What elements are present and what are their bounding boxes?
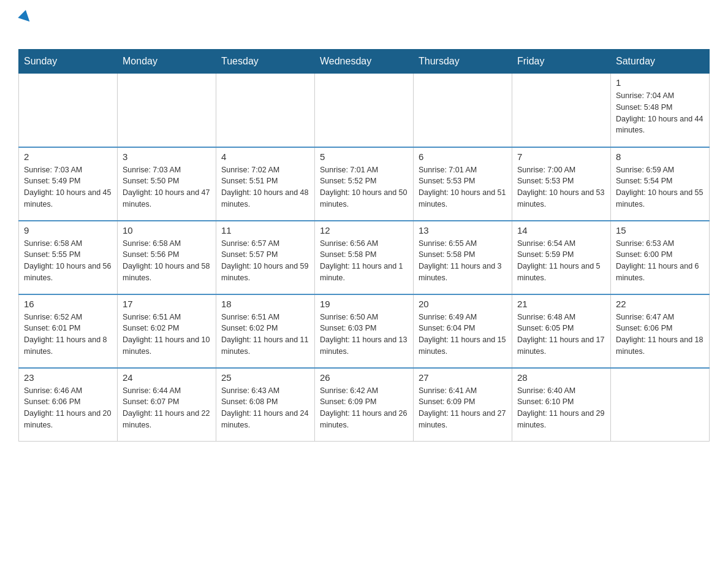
day-number: 19	[320, 299, 408, 309]
weekday-header-monday: Monday	[118, 50, 216, 74]
day-number: 13	[419, 225, 507, 236]
day-number: 1	[616, 77, 704, 88]
day-number: 25	[221, 372, 309, 383]
weekday-header-wednesday: Wednesday	[315, 50, 414, 74]
day-info: Sunrise: 6:54 AMSunset: 5:59 PMDaylight:…	[517, 238, 605, 284]
day-number: 17	[123, 299, 211, 309]
calendar-cell: 1Sunrise: 7:04 AMSunset: 5:48 PMDaylight…	[611, 74, 710, 147]
day-info: Sunrise: 7:01 AMSunset: 5:53 PMDaylight:…	[419, 164, 507, 210]
calendar-cell: 23Sunrise: 6:46 AMSunset: 6:06 PMDayligh…	[19, 368, 118, 442]
day-number: 9	[24, 225, 112, 236]
calendar-cell	[118, 74, 216, 147]
day-number: 22	[616, 299, 704, 309]
day-info: Sunrise: 6:44 AMSunset: 6:07 PMDaylight:…	[123, 385, 211, 431]
calendar-week-2: 2Sunrise: 7:03 AMSunset: 5:49 PMDaylight…	[19, 147, 710, 221]
day-info: Sunrise: 7:04 AMSunset: 5:48 PMDaylight:…	[616, 90, 704, 136]
day-info: Sunrise: 6:53 AMSunset: 6:00 PMDaylight:…	[616, 238, 704, 284]
day-number: 24	[123, 372, 211, 383]
calendar-table: SundayMondayTuesdayWednesdayThursdayFrid…	[18, 49, 710, 442]
weekday-header-saturday: Saturday	[611, 50, 710, 74]
day-info: Sunrise: 6:58 AMSunset: 5:56 PMDaylight:…	[123, 238, 211, 284]
calendar-cell	[414, 74, 512, 147]
day-info: Sunrise: 6:56 AMSunset: 5:58 PMDaylight:…	[320, 238, 408, 284]
day-info: Sunrise: 7:03 AMSunset: 5:49 PMDaylight:…	[24, 164, 112, 210]
day-number: 21	[517, 299, 605, 309]
day-number: 10	[123, 225, 211, 236]
day-number: 11	[221, 225, 309, 236]
calendar-cell: 9Sunrise: 6:58 AMSunset: 5:55 PMDaylight…	[19, 221, 118, 294]
calendar-cell: 17Sunrise: 6:51 AMSunset: 6:02 PMDayligh…	[118, 294, 216, 368]
calendar-cell: 25Sunrise: 6:43 AMSunset: 6:08 PMDayligh…	[216, 368, 315, 442]
day-number: 26	[320, 372, 408, 383]
day-number: 6	[419, 151, 507, 162]
calendar-cell: 7Sunrise: 7:00 AMSunset: 5:53 PMDaylight…	[512, 147, 611, 221]
calendar-cell: 6Sunrise: 7:01 AMSunset: 5:53 PMDaylight…	[414, 147, 512, 221]
calendar-cell: 2Sunrise: 7:03 AMSunset: 5:49 PMDaylight…	[19, 147, 118, 221]
calendar-week-5: 23Sunrise: 6:46 AMSunset: 6:06 PMDayligh…	[19, 368, 710, 442]
calendar-cell: 19Sunrise: 6:50 AMSunset: 6:03 PMDayligh…	[315, 294, 414, 368]
day-info: Sunrise: 6:59 AMSunset: 5:54 PMDaylight:…	[616, 164, 704, 210]
calendar-cell: 27Sunrise: 6:41 AMSunset: 6:09 PMDayligh…	[414, 368, 512, 442]
weekday-header-sunday: Sunday	[19, 50, 118, 74]
calendar-cell: 12Sunrise: 6:56 AMSunset: 5:58 PMDayligh…	[315, 221, 414, 294]
day-info: Sunrise: 6:48 AMSunset: 6:05 PMDaylight:…	[517, 312, 605, 358]
calendar-cell: 20Sunrise: 6:49 AMSunset: 6:04 PMDayligh…	[414, 294, 512, 368]
day-info: Sunrise: 7:03 AMSunset: 5:50 PMDaylight:…	[123, 164, 211, 210]
day-info: Sunrise: 6:58 AMSunset: 5:55 PMDaylight:…	[24, 238, 112, 284]
calendar-cell	[19, 74, 118, 147]
day-info: Sunrise: 6:50 AMSunset: 6:03 PMDaylight:…	[320, 312, 408, 358]
day-info: Sunrise: 7:01 AMSunset: 5:52 PMDaylight:…	[320, 164, 408, 210]
day-number: 23	[24, 372, 112, 383]
calendar-cell: 28Sunrise: 6:40 AMSunset: 6:10 PMDayligh…	[512, 368, 611, 442]
calendar-cell	[512, 74, 611, 147]
day-number: 3	[123, 151, 211, 162]
day-info: Sunrise: 6:55 AMSunset: 5:58 PMDaylight:…	[419, 238, 507, 284]
calendar-cell: 16Sunrise: 6:52 AMSunset: 6:01 PMDayligh…	[19, 294, 118, 368]
day-info: Sunrise: 6:40 AMSunset: 6:10 PMDaylight:…	[517, 385, 605, 431]
calendar-cell	[315, 74, 414, 147]
calendar-cell	[611, 368, 710, 442]
day-number: 18	[221, 299, 309, 309]
day-number: 16	[24, 299, 112, 309]
day-info: Sunrise: 6:42 AMSunset: 6:09 PMDaylight:…	[320, 385, 408, 431]
day-number: 28	[517, 372, 605, 383]
day-info: Sunrise: 6:57 AMSunset: 5:57 PMDaylight:…	[221, 238, 309, 284]
calendar-cell: 5Sunrise: 7:01 AMSunset: 5:52 PMDaylight…	[315, 147, 414, 221]
calendar-cell: 4Sunrise: 7:02 AMSunset: 5:51 PMDaylight…	[216, 147, 315, 221]
calendar-cell: 10Sunrise: 6:58 AMSunset: 5:56 PMDayligh…	[118, 221, 216, 294]
calendar-cell: 13Sunrise: 6:55 AMSunset: 5:58 PMDayligh…	[414, 221, 512, 294]
day-info: Sunrise: 6:41 AMSunset: 6:09 PMDaylight:…	[419, 385, 507, 431]
day-number: 14	[517, 225, 605, 236]
logo-triangle-icon	[18, 10, 33, 25]
calendar-cell: 18Sunrise: 6:51 AMSunset: 6:02 PMDayligh…	[216, 294, 315, 368]
calendar-cell: 24Sunrise: 6:44 AMSunset: 6:07 PMDayligh…	[118, 368, 216, 442]
weekday-header-row: SundayMondayTuesdayWednesdayThursdayFrid…	[19, 50, 710, 74]
day-info: Sunrise: 6:51 AMSunset: 6:02 PMDaylight:…	[123, 312, 211, 358]
calendar-cell: 14Sunrise: 6:54 AMSunset: 5:59 PMDayligh…	[512, 221, 611, 294]
day-number: 12	[320, 225, 408, 236]
page-header	[18, 12, 710, 43]
calendar-cell: 3Sunrise: 7:03 AMSunset: 5:50 PMDaylight…	[118, 147, 216, 221]
day-number: 4	[221, 151, 309, 162]
day-number: 27	[419, 372, 507, 383]
weekday-header-thursday: Thursday	[414, 50, 512, 74]
calendar-cell: 22Sunrise: 6:47 AMSunset: 6:06 PMDayligh…	[611, 294, 710, 368]
day-number: 20	[419, 299, 507, 309]
day-info: Sunrise: 7:00 AMSunset: 5:53 PMDaylight:…	[517, 164, 605, 210]
day-number: 15	[616, 225, 704, 236]
calendar-cell: 15Sunrise: 6:53 AMSunset: 6:00 PMDayligh…	[611, 221, 710, 294]
day-info: Sunrise: 6:47 AMSunset: 6:06 PMDaylight:…	[616, 312, 704, 358]
weekday-header-friday: Friday	[512, 50, 611, 74]
calendar-week-1: 1Sunrise: 7:04 AMSunset: 5:48 PMDaylight…	[19, 74, 710, 147]
day-number: 5	[320, 151, 408, 162]
day-info: Sunrise: 6:49 AMSunset: 6:04 PMDaylight:…	[419, 312, 507, 358]
calendar-cell: 11Sunrise: 6:57 AMSunset: 5:57 PMDayligh…	[216, 221, 315, 294]
calendar-week-3: 9Sunrise: 6:58 AMSunset: 5:55 PMDaylight…	[19, 221, 710, 294]
day-info: Sunrise: 6:46 AMSunset: 6:06 PMDaylight:…	[24, 385, 112, 431]
calendar-cell	[216, 74, 315, 147]
calendar-cell: 8Sunrise: 6:59 AMSunset: 5:54 PMDaylight…	[611, 147, 710, 221]
day-info: Sunrise: 6:43 AMSunset: 6:08 PMDaylight:…	[221, 385, 309, 431]
weekday-header-tuesday: Tuesday	[216, 50, 315, 74]
calendar-cell: 21Sunrise: 6:48 AMSunset: 6:05 PMDayligh…	[512, 294, 611, 368]
day-info: Sunrise: 7:02 AMSunset: 5:51 PMDaylight:…	[221, 164, 309, 210]
